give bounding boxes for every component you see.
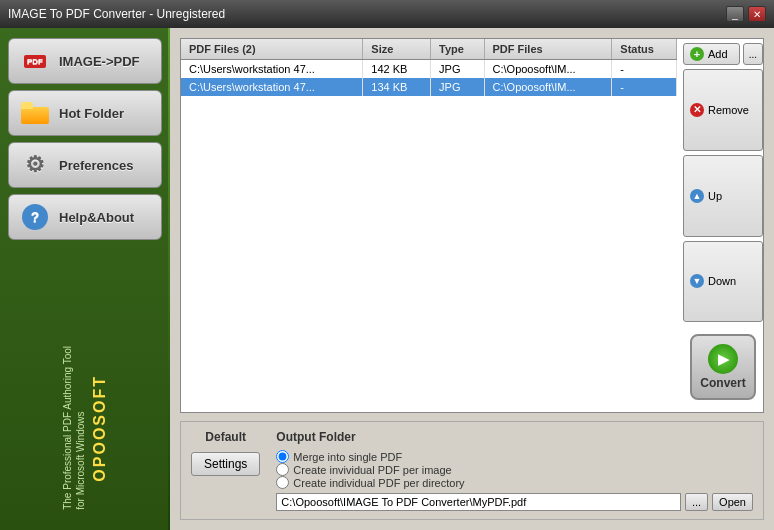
help-icon: ? — [19, 201, 51, 233]
sidebar: PDF IMAGE->PDF Hot Folder ⚙ Preferences … — [0, 28, 170, 530]
up-button[interactable]: ▲ Up — [683, 155, 763, 237]
minimize-button[interactable]: _ — [726, 6, 744, 22]
sidebar-item-hot-folder[interactable]: Hot Folder — [8, 90, 162, 136]
down-button[interactable]: ▼ Down — [683, 241, 763, 323]
output-folder-section: Output Folder Merge into single PDF Crea… — [276, 430, 753, 511]
action-buttons: + Add ... ✕ Remove ▲ Up ▼ Dow — [683, 39, 763, 412]
output-path-input[interactable] — [276, 493, 681, 511]
sidebar-brand: The Professional PDF Authoring Tool for … — [0, 346, 170, 510]
remove-button[interactable]: ✕ Remove — [683, 69, 763, 151]
table-header-row: PDF Files (2) Size Type PDF Files Status — [181, 39, 677, 60]
convert-btn-container: ▶ Convert — [683, 326, 763, 408]
add-row: + Add ... — [683, 43, 763, 65]
folder-icon — [19, 97, 51, 129]
output-path-row: ... Open — [276, 493, 753, 511]
brand-line1: The Professional PDF Authoring Tool — [62, 346, 73, 510]
sidebar-item-help-about[interactable]: ? Help&About — [8, 194, 162, 240]
radio-individual-image-input[interactable] — [276, 463, 289, 476]
bottom-panel: Default Settings Output Folder Merge int… — [180, 421, 764, 520]
file-table: PDF Files (2) Size Type PDF Files Status… — [181, 39, 677, 96]
brand-name: OPOOSOFT — [91, 375, 108, 482]
output-folder-label: Output Folder — [276, 430, 753, 444]
settings-button[interactable]: Settings — [191, 452, 260, 476]
col-pdf-files-out: PDF Files — [484, 39, 612, 60]
brand-line2: for Microsoft Windows — [75, 412, 86, 510]
window-controls: _ ✕ — [726, 6, 766, 22]
up-icon: ▲ — [690, 189, 704, 203]
radio-merge-input[interactable] — [276, 450, 289, 463]
col-size: Size — [363, 39, 431, 60]
col-pdf-files: PDF Files (2) — [181, 39, 363, 60]
default-label: Default — [205, 430, 246, 444]
table-row[interactable]: C:\Users\workstation 47...142 KBJPGC:\Op… — [181, 60, 677, 79]
title-bar: IMAGE To PDF Converter - Unregistered _ … — [0, 0, 774, 28]
file-table-container: PDF Files (2) Size Type PDF Files Status… — [180, 38, 764, 413]
browse-button[interactable]: ... — [685, 493, 708, 511]
pdf-icon: PDF — [19, 45, 51, 77]
sidebar-label-preferences: Preferences — [59, 158, 133, 173]
down-icon: ▼ — [690, 274, 704, 288]
radio-individual-dir-input[interactable] — [276, 476, 289, 489]
radio-options: Merge into single PDF Create invividual … — [276, 450, 753, 489]
default-section: Default Settings — [191, 430, 260, 476]
radio-individual-image[interactable]: Create invividual PDF per image — [276, 463, 753, 476]
content-area: PDF Files (2) Size Type PDF Files Status… — [170, 28, 774, 530]
main-layout: PDF IMAGE->PDF Hot Folder ⚙ Preferences … — [0, 28, 774, 530]
more-button[interactable]: ... — [743, 43, 763, 65]
table-row[interactable]: C:\Users\workstation 47...134 KBJPGC:\Op… — [181, 78, 677, 96]
col-type: Type — [431, 39, 484, 60]
sidebar-item-preferences[interactable]: ⚙ Preferences — [8, 142, 162, 188]
file-table-body: C:\Users\workstation 47...142 KBJPGC:\Op… — [181, 60, 677, 97]
col-status: Status — [612, 39, 677, 60]
title-text: IMAGE To PDF Converter - Unregistered — [8, 7, 225, 21]
add-button[interactable]: + Add — [683, 43, 740, 65]
open-button[interactable]: Open — [712, 493, 753, 511]
sidebar-label-hot-folder: Hot Folder — [59, 106, 124, 121]
convert-button[interactable]: ▶ Convert — [690, 334, 756, 400]
sidebar-label-help-about: Help&About — [59, 210, 134, 225]
radio-merge[interactable]: Merge into single PDF — [276, 450, 753, 463]
convert-play-icon: ▶ — [708, 344, 738, 374]
remove-icon: ✕ — [690, 103, 704, 117]
sidebar-label-image-to-pdf: IMAGE->PDF — [59, 54, 140, 69]
add-icon: + — [690, 47, 704, 61]
gear-icon: ⚙ — [19, 149, 51, 181]
close-button[interactable]: ✕ — [748, 6, 766, 22]
radio-individual-dir[interactable]: Create individual PDF per directory — [276, 476, 753, 489]
sidebar-item-image-to-pdf[interactable]: PDF IMAGE->PDF — [8, 38, 162, 84]
file-table-wrapper: PDF Files (2) Size Type PDF Files Status… — [181, 39, 677, 412]
